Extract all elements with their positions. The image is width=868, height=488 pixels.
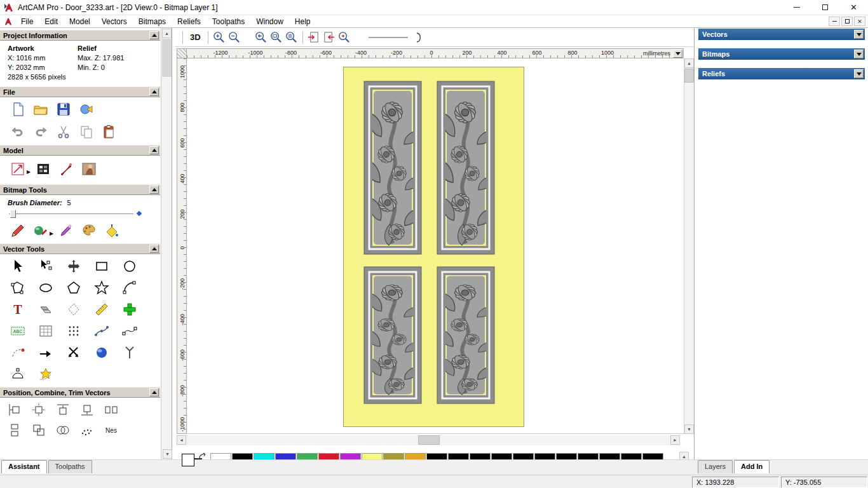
scrollbar-thumb[interactable]	[162, 39, 172, 77]
open-model-icon[interactable]	[29, 100, 52, 119]
bitmaps-section-header[interactable]: Bitmaps	[698, 48, 865, 60]
zoom-object-icon[interactable]	[337, 30, 352, 45]
combine-vectors-icon[interactable]	[29, 421, 48, 440]
wrap-star-icon[interactable]	[32, 363, 60, 385]
zoom-out-icon[interactable]	[227, 30, 242, 45]
collapse-section-button[interactable]	[149, 388, 159, 396]
line-preview-widget[interactable]	[367, 30, 428, 44]
paste-along-curve-icon[interactable]	[88, 320, 116, 342]
mdi-minimize-button[interactable]	[829, 17, 840, 26]
previous-bitmap-icon[interactable]	[306, 30, 322, 45]
scroll-up-icon[interactable]: ▲	[162, 29, 172, 38]
offset-vectors-icon[interactable]	[32, 299, 60, 320]
menu-bitmaps[interactable]: Bitmaps	[133, 16, 172, 27]
units-dropdown-button[interactable]	[673, 50, 682, 58]
scatter-copies-icon[interactable]	[78, 421, 97, 440]
slider-track[interactable]	[9, 214, 133, 214]
zoom-previous-icon[interactable]	[254, 30, 269, 45]
canvas-horizontal-scrollbar[interactable]: ◄ ►	[177, 435, 680, 445]
space-horizontal-icon[interactable]	[102, 400, 121, 419]
minimize-button[interactable]	[782, 0, 811, 15]
maximize-button[interactable]	[811, 0, 839, 15]
reliefs-section-header[interactable]: Reliefs	[698, 68, 865, 79]
toggle-3d-view-button[interactable]: 3D	[186, 32, 205, 42]
create-circle-icon[interactable]	[116, 255, 144, 277]
swap-colours-icon[interactable]	[198, 452, 207, 460]
paste-icon[interactable]	[98, 123, 121, 142]
collapse-section-button[interactable]	[149, 146, 159, 154]
load-bitmap-icon[interactable]	[78, 159, 100, 179]
tab-layers[interactable]: Layers	[698, 460, 733, 473]
assistant-scrollbar[interactable]: ▲ ▼	[161, 28, 172, 459]
create-freeform-icon[interactable]	[4, 277, 32, 299]
canvas-vertical-scrollbar[interactable]: ▲ ▼	[684, 58, 694, 434]
collapse-section-button[interactable]	[149, 245, 159, 253]
space-vertical-icon[interactable]	[5, 421, 24, 440]
weld-vectors-icon[interactable]	[53, 421, 72, 440]
nesting-dots-icon[interactable]	[60, 320, 88, 342]
menu-toolpaths[interactable]: Toolpaths	[207, 16, 250, 27]
door-design[interactable]	[343, 67, 524, 427]
node-editing-icon[interactable]	[32, 255, 60, 277]
zoom-fit-icon[interactable]	[284, 30, 299, 45]
extrude-relief-icon[interactable]	[88, 342, 116, 363]
block-copy-icon[interactable]	[116, 299, 144, 320]
adjust-model-icon[interactable]	[32, 159, 55, 179]
scrollbar-thumb[interactable]	[684, 69, 694, 83]
tab-addin[interactable]: Add In	[734, 460, 770, 473]
mdi-restore-button[interactable]	[841, 17, 853, 26]
slider-handle[interactable]	[10, 210, 16, 218]
draw-icon[interactable]	[55, 221, 78, 240]
create-star-icon[interactable]	[88, 277, 116, 299]
create-arc-icon[interactable]	[116, 277, 144, 299]
menu-vectors[interactable]: Vectors	[96, 16, 133, 27]
create-polygon-icon[interactable]	[60, 277, 88, 299]
menu-model[interactable]: Model	[64, 16, 96, 27]
export-model-icon[interactable]	[75, 100, 98, 119]
copy-icon[interactable]	[75, 123, 98, 142]
new-model-icon[interactable]	[6, 100, 29, 119]
close-button[interactable]: ✕	[839, 0, 868, 15]
nest-vectors-icon[interactable]: Nes	[102, 421, 121, 440]
align-bottom-icon[interactable]	[78, 400, 97, 419]
fit-curve-icon[interactable]	[116, 320, 144, 342]
transform-vectors-icon[interactable]	[60, 255, 88, 277]
create-diamond-icon[interactable]	[60, 299, 88, 320]
vector-direction-icon[interactable]	[32, 342, 60, 363]
save-model-icon[interactable]	[52, 100, 75, 119]
align-centre-icon[interactable]	[29, 400, 48, 419]
branch-vectors-icon[interactable]	[116, 342, 144, 363]
collapse-section-button[interactable]	[149, 186, 159, 194]
brush-diameter-slider[interactable]	[5, 208, 151, 219]
menu-edit[interactable]: Edit	[39, 16, 64, 27]
mirror-vectors-icon[interactable]	[4, 363, 32, 385]
fit-arc-icon[interactable]	[4, 342, 32, 363]
undo-icon[interactable]	[6, 123, 29, 142]
scrollbar-thumb[interactable]	[418, 435, 440, 445]
expand-bitmaps-button[interactable]	[854, 50, 864, 58]
align-left-icon[interactable]	[5, 400, 24, 419]
set-model-size-icon[interactable]	[6, 159, 29, 179]
create-text-icon[interactable]: T	[4, 299, 32, 320]
vectors-section-header[interactable]: Vectors	[698, 29, 865, 40]
redo-icon[interactable]	[29, 123, 52, 142]
trim-vectors-icon[interactable]	[60, 342, 88, 363]
paint-icon[interactable]	[6, 221, 29, 240]
menu-help[interactable]: Help	[289, 16, 316, 27]
collapse-section-button[interactable]	[149, 31, 159, 39]
paint-selective-icon[interactable]	[29, 221, 52, 240]
tab-assistant[interactable]: Assistant	[1, 460, 47, 473]
expand-reliefs-button[interactable]	[854, 69, 864, 78]
colour-palette-icon[interactable]	[78, 221, 100, 240]
menu-reliefs[interactable]: Reliefs	[172, 16, 207, 27]
create-rectangle-icon[interactable]	[88, 255, 116, 277]
scroll-down-icon[interactable]: ▼	[684, 424, 694, 434]
relief-tool-icon[interactable]	[55, 159, 78, 179]
next-bitmap-icon[interactable]	[322, 30, 337, 45]
align-top-icon[interactable]	[53, 400, 72, 419]
mdi-close-button[interactable]: ✕	[854, 17, 865, 26]
scroll-down-icon[interactable]: ▼	[163, 449, 172, 459]
menu-window[interactable]: Window	[250, 16, 289, 27]
scroll-left-icon[interactable]: ◄	[177, 435, 186, 445]
cut-icon[interactable]	[52, 123, 75, 142]
